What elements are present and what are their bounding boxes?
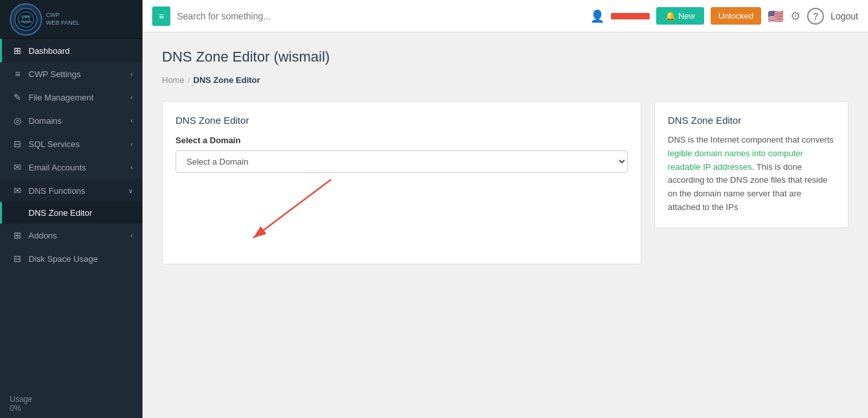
sidebar-item-addons[interactable]: ⊞ Addons ‹ (0, 224, 143, 247)
sidebar-nav: ⊞ Dashboard ≡ CWP Settings ‹ ✎ File Mana… (0, 39, 143, 389)
sidebar-label-domains: Domains (29, 116, 62, 126)
sidebar-label-email-accounts: Email Accounts (29, 163, 86, 172)
side-card-text: DNS is the Internet component that conve… (668, 134, 835, 215)
disk-icon: ⊟ (12, 253, 23, 264)
user-name-redacted (611, 13, 650, 19)
sidebar-item-sql-services[interactable]: ⊟ SQL Services ‹ (0, 132, 143, 156)
user-icon: 👤 (590, 9, 604, 23)
svg-line-6 (253, 180, 331, 238)
sidebar-sublabel-dns-zone-editor: DNS Zone Editor (29, 208, 92, 218)
file-management-arrow-icon: ‹ (131, 94, 133, 101)
sidebar-label-sql-services: SQL Services (29, 139, 80, 149)
topbar-right: 👤 🔔 New Unlocked 🇺🇸 ⚙ ? Logout (590, 7, 858, 25)
sidebar-subitem-dns-zone-editor[interactable]: DNS Zone Editor (0, 202, 143, 224)
sidebar-item-dashboard[interactable]: ⊞ Dashboard (0, 39, 143, 62)
sidebar: CWP CONTROL CWP WEB PANEL ⊞ Dashboard ≡ … (0, 0, 143, 418)
sidebar-item-dns-functions[interactable]: ✉ DNS Functions ∨ (0, 179, 143, 202)
annotation-arrow-svg (143, 173, 344, 251)
logo-subtext: WEB PANEL (46, 19, 80, 27)
sidebar-item-disk-space-usage[interactable]: ⊟ Disk Space Usage (0, 247, 143, 270)
help-icon[interactable]: ? (807, 8, 824, 25)
cwp-settings-arrow-icon: ‹ (131, 71, 133, 78)
content-area: DNS Zone Editor (wismail) Home / DNS Zon… (143, 32, 868, 418)
main-card: DNS Zone Editor Select a Domain Select a… (162, 101, 641, 264)
sql-arrow-icon: ‹ (131, 141, 133, 148)
logo-icon: CWP CONTROL (10, 3, 42, 36)
sidebar-item-domains[interactable]: ◎ Domains ‹ (0, 109, 143, 132)
search-input[interactable] (177, 11, 584, 21)
usage-section: Usage 0% (0, 389, 143, 418)
logo-text: CWP WEB PANEL (46, 12, 80, 27)
annotation-area (176, 173, 628, 251)
side-card-text-part1: DNS is the Internet component that conve… (668, 135, 834, 145)
logo-name: CWP (46, 12, 80, 19)
breadcrumb-current: DNS Zone Editor (193, 75, 260, 85)
sidebar-label-file-management: File Management (29, 93, 93, 102)
gear-icon[interactable]: ⚙ (790, 9, 801, 23)
breadcrumb-home[interactable]: Home (162, 75, 185, 85)
addons-arrow-icon: ‹ (131, 232, 133, 239)
usage-value: 0% (10, 404, 21, 413)
main-area: ≡ 👤 🔔 New Unlocked 🇺🇸 ⚙ ? Logout DNS Zon… (143, 0, 868, 418)
sidebar-logo: CWP CONTROL CWP WEB PANEL (0, 0, 143, 39)
new-button[interactable]: 🔔 New (656, 7, 704, 25)
usage-label: Usage (10, 395, 32, 404)
sidebar-label-cwp-settings: CWP Settings (29, 69, 81, 79)
sidebar-label-dns-functions: DNS Functions (29, 186, 85, 196)
domain-select[interactable]: Select a Domain (176, 150, 628, 173)
flag-icon: 🇺🇸 (768, 8, 784, 24)
breadcrumb: Home / DNS Zone Editor (162, 75, 849, 85)
main-card-title: DNS Zone Editor (176, 115, 628, 126)
addons-icon: ⊞ (12, 230, 23, 240)
domains-arrow-icon: ‹ (131, 117, 133, 124)
svg-text:CONTROL: CONTROL (19, 20, 32, 23)
sidebar-label-disk-space-usage: Disk Space Usage (29, 254, 98, 264)
domain-select-label: Select a Domain (176, 135, 628, 145)
topbar: ≡ 👤 🔔 New Unlocked 🇺🇸 ⚙ ? Logout (143, 0, 868, 32)
sidebar-label-addons: Addons (29, 231, 57, 240)
sidebar-label-dashboard: Dashboard (29, 46, 70, 56)
svg-text:CWP: CWP (21, 15, 30, 19)
breadcrumb-separator: / (188, 75, 190, 85)
dns-arrow-icon: ∨ (128, 187, 133, 194)
file-management-icon: ✎ (12, 92, 23, 102)
domains-icon: ◎ (12, 115, 23, 126)
dashboard-icon: ⊞ (12, 45, 23, 56)
sidebar-item-file-management[interactable]: ✎ File Management ‹ (0, 86, 143, 109)
menu-button[interactable]: ≡ (152, 6, 170, 26)
email-icon: ✉ (12, 162, 23, 172)
sidebar-item-cwp-settings[interactable]: ≡ CWP Settings ‹ (0, 62, 143, 86)
email-arrow-icon: ‹ (131, 164, 133, 171)
side-card: DNS Zone Editor DNS is the Internet comp… (654, 101, 849, 228)
sql-icon: ⊟ (12, 139, 23, 149)
unlocked-button[interactable]: Unlocked (711, 7, 761, 25)
page-title: DNS Zone Editor (wismail) (162, 49, 849, 65)
cwp-settings-icon: ≡ (12, 69, 23, 79)
content-row: DNS Zone Editor Select a Domain Select a… (162, 101, 849, 264)
sidebar-item-email-accounts[interactable]: ✉ Email Accounts ‹ (0, 156, 143, 179)
logout-button[interactable]: Logout (830, 11, 858, 21)
side-card-title: DNS Zone Editor (668, 115, 835, 126)
dns-icon: ✉ (12, 185, 23, 196)
